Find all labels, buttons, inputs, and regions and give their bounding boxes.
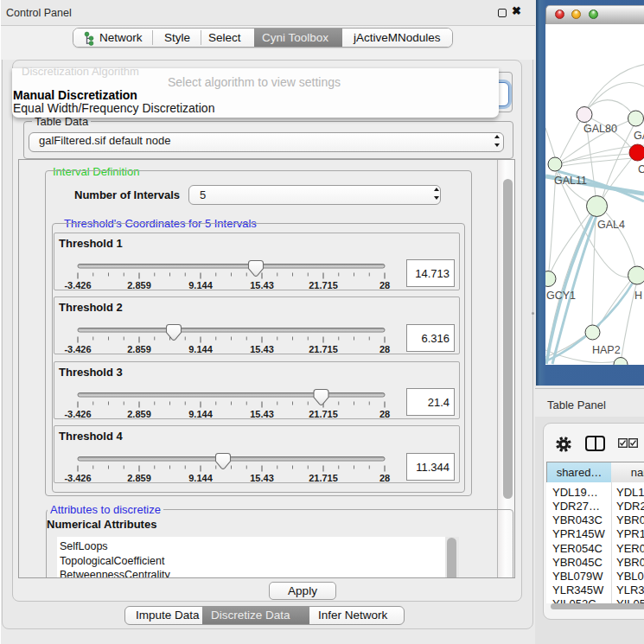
svg-text:2.859: 2.859	[127, 408, 151, 418]
svg-text:9.144: 9.144	[188, 344, 213, 354]
svg-text:-3.426: -3.426	[64, 344, 91, 354]
svg-text:-3.426: -3.426	[64, 279, 91, 290]
svg-text:21.715: 21.715	[309, 408, 338, 418]
svg-text:2.859: 2.859	[127, 473, 151, 483]
svg-text:9.144: 9.144	[188, 408, 213, 418]
svg-text:2.859: 2.859	[127, 344, 151, 354]
svg-text:H: H	[634, 289, 642, 301]
svg-text:GAL11: GAL11	[554, 174, 587, 186]
svg-text:-3.426: -3.426	[64, 408, 91, 418]
svg-text:28: 28	[379, 344, 390, 354]
svg-text:21.715: 21.715	[309, 279, 338, 290]
svg-text:9.144: 9.144	[188, 473, 213, 483]
svg-text:GAL4: GAL4	[597, 218, 625, 230]
svg-text:28: 28	[379, 408, 390, 418]
svg-text:C: C	[638, 163, 644, 175]
svg-text:28: 28	[379, 473, 390, 483]
svg-text:21.715: 21.715	[309, 473, 338, 483]
svg-text:GAL80: GAL80	[583, 122, 617, 134]
svg-text:15.43: 15.43	[250, 473, 274, 483]
svg-text:21.715: 21.715	[309, 344, 338, 354]
svg-text:9.144: 9.144	[188, 279, 213, 290]
svg-text:GCY1: GCY1	[546, 289, 576, 301]
svg-text:15.43: 15.43	[250, 279, 274, 290]
svg-text:GA: GA	[634, 129, 644, 141]
svg-text:2.859: 2.859	[127, 279, 151, 290]
svg-text:-3.426: -3.426	[64, 473, 91, 483]
svg-text:HAP2: HAP2	[592, 343, 621, 355]
svg-text:15.43: 15.43	[250, 344, 274, 354]
svg-text:15.43: 15.43	[250, 408, 274, 418]
svg-text:28: 28	[379, 279, 390, 290]
